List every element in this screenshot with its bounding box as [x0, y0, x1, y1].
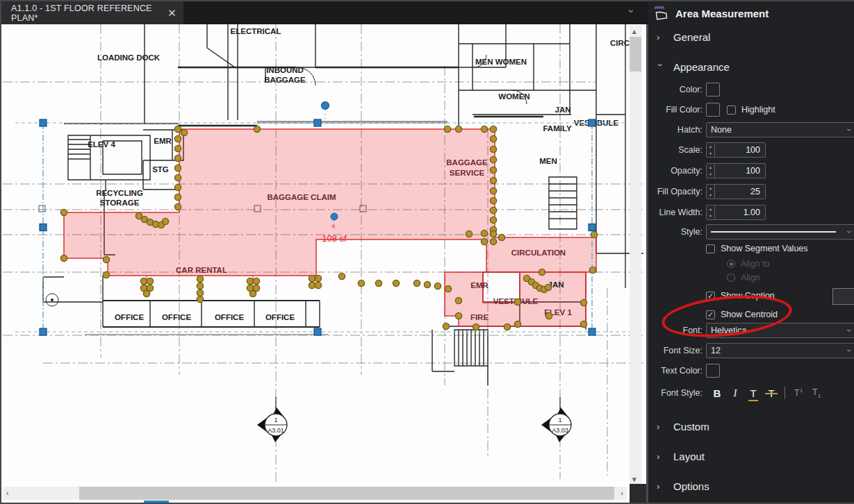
show-caption-checkbox[interactable]: ✓ — [706, 292, 715, 301]
scroll-left-icon[interactable]: ‹ — [6, 489, 9, 497]
vertex-handle[interactable] — [253, 278, 259, 284]
opacity-stepper[interactable]: ▲▼ — [706, 163, 715, 178]
vertex-handle[interactable] — [247, 278, 253, 284]
vertex-handle[interactable] — [490, 167, 496, 173]
vertex-handle[interactable] — [358, 280, 364, 286]
vertex-handle[interactable] — [504, 324, 510, 330]
selection-handle[interactable] — [589, 328, 596, 335]
fill-opacity-input[interactable]: 25 — [715, 184, 766, 199]
vertex-handle[interactable] — [60, 255, 67, 261]
edit-caption-button[interactable]: Edit — [832, 288, 854, 305]
vertex-handle[interactable] — [103, 256, 109, 262]
selection-handle[interactable] — [314, 328, 321, 335]
vertex-handle[interactable] — [580, 321, 586, 327]
rotate-handle[interactable] — [322, 102, 329, 110]
vertex-handle[interactable] — [174, 203, 181, 210]
vertex-handle[interactable] — [445, 285, 451, 292]
vertex-handle[interactable] — [490, 217, 496, 223]
superscript-icon[interactable]: T1 — [789, 387, 807, 398]
vertex-handle[interactable] — [254, 126, 260, 132]
close-icon[interactable]: ✕ — [167, 8, 176, 18]
vertical-scrollbar[interactable]: ▴ ▾ — [630, 26, 641, 485]
vertex-handle[interactable] — [481, 238, 487, 244]
vertex-handle[interactable] — [481, 230, 487, 236]
scale-stepper[interactable]: ▲▼ — [706, 142, 715, 158]
vertex-handle[interactable] — [143, 290, 149, 296]
color-swatch[interactable] — [706, 83, 720, 96]
horizontal-scroll-thumb[interactable] — [79, 487, 614, 500]
selection-handle[interactable] — [40, 224, 47, 231]
vertex-handle[interactable] — [539, 269, 545, 275]
vertex-handle[interactable] — [490, 177, 496, 183]
vertex-handle[interactable] — [309, 275, 315, 281]
vertex-handle[interactable] — [197, 296, 203, 302]
vertex-handle[interactable] — [393, 280, 399, 286]
vertex-handle[interactable] — [589, 267, 596, 273]
vertex-handle[interactable] — [103, 271, 109, 278]
fill-color-swatch[interactable] — [706, 103, 720, 117]
bold-icon[interactable]: B — [708, 387, 726, 399]
vertex-handle[interactable] — [481, 126, 487, 132]
section-layout[interactable]: › Layout — [657, 451, 705, 462]
document-tab[interactable]: A1.1.0 - 1ST FLOOR REFERENCE PLAN* ✕ — [1, 1, 183, 24]
vertex-handle[interactable] — [490, 207, 496, 213]
show-centroid-checkbox[interactable]: ✓ — [706, 310, 715, 319]
vertex-handle[interactable] — [498, 234, 504, 240]
vertex-handle[interactable] — [580, 299, 586, 305]
scale-input[interactable]: 100 — [715, 142, 766, 158]
vertex-handle[interactable] — [375, 280, 381, 286]
scroll-up-icon[interactable]: ▴ — [632, 27, 637, 36]
chevron-down-icon[interactable]: › — [627, 10, 638, 13]
vertex-handle[interactable] — [490, 238, 496, 244]
horizontal-scrollbar[interactable]: ‹ › — [3, 487, 627, 500]
selection-handle[interactable] — [40, 119, 47, 126]
vertex-handle[interactable] — [174, 165, 181, 171]
scroll-down-icon[interactable]: ▾ — [632, 475, 637, 484]
section-options[interactable]: › Options — [657, 480, 709, 492]
vertex-handle[interactable] — [455, 312, 461, 319]
vertex-handle[interactable] — [490, 187, 496, 194]
vertex-handle[interactable] — [147, 278, 153, 284]
line-width-input[interactable]: 1.00 — [715, 205, 766, 220]
measurement-caption[interactable]: 108 sf — [322, 233, 347, 244]
scroll-right-icon[interactable]: › — [621, 489, 623, 497]
vertex-handle[interactable] — [197, 276, 203, 282]
vertex-handle[interactable] — [455, 297, 461, 303]
section-general[interactable]: › General — [657, 31, 710, 43]
section-appearance[interactable]: › Appearance — [657, 61, 730, 73]
selection-handle[interactable] — [314, 119, 321, 126]
fill-opacity-stepper[interactable]: ▲▼ — [706, 184, 715, 199]
opacity-input[interactable]: 100 — [715, 163, 766, 178]
vertex-handle[interactable] — [197, 283, 203, 289]
vertex-handle[interactable] — [174, 155, 181, 161]
vertex-handle[interactable] — [490, 230, 496, 237]
vertex-handle[interactable] — [174, 145, 181, 151]
line-width-stepper[interactable]: ▲▼ — [706, 205, 715, 220]
vertex-handle[interactable] — [455, 126, 461, 132]
vertex-handle[interactable] — [174, 194, 181, 200]
caption-leader-dot[interactable] — [331, 213, 338, 220]
vertex-handle[interactable] — [490, 126, 496, 132]
vertex-handle[interactable] — [140, 278, 147, 284]
vertex-handle[interactable] — [162, 218, 168, 224]
subscript-icon[interactable]: T1 — [807, 387, 826, 399]
vertex-handle[interactable] — [315, 275, 321, 281]
vertex-handle[interactable] — [443, 323, 449, 329]
vertex-handle[interactable] — [60, 209, 67, 215]
vertex-handle[interactable] — [424, 281, 430, 287]
selection-handle[interactable] — [589, 224, 596, 231]
vertex-handle[interactable] — [490, 135, 496, 142]
italic-icon[interactable]: I — [726, 387, 744, 399]
text-color-swatch[interactable] — [706, 364, 720, 378]
vertex-handle[interactable] — [473, 324, 479, 330]
vertex-handle[interactable] — [490, 197, 496, 203]
vertical-scroll-thumb[interactable] — [630, 37, 641, 72]
vertex-handle[interactable] — [490, 156, 496, 162]
vertex-handle[interactable] — [338, 273, 345, 279]
vertex-handle[interactable] — [174, 174, 181, 180]
vertex-handle[interactable] — [545, 284, 551, 290]
vertex-handle[interactable] — [181, 129, 187, 135]
show-segment-values-checkbox[interactable] — [706, 244, 715, 253]
vertex-handle[interactable] — [444, 126, 450, 132]
vertex-handle[interactable] — [434, 283, 441, 289]
